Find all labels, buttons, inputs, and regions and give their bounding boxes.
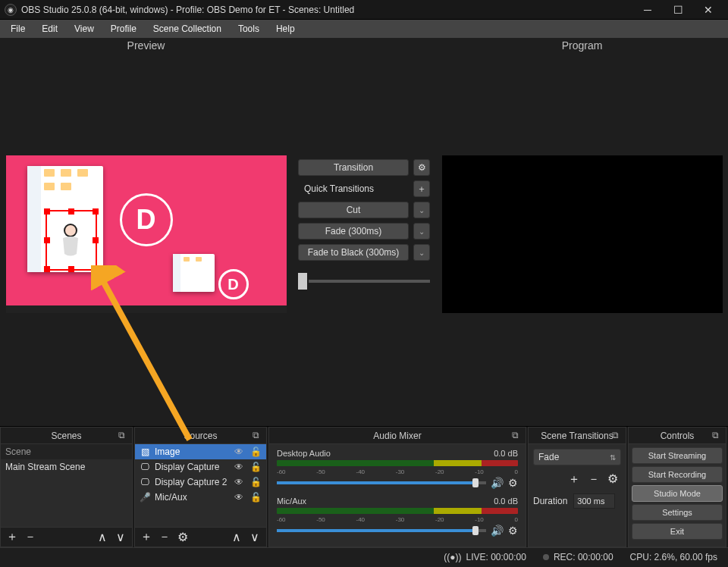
lock-toggle-icon[interactable]: 🔓	[249, 477, 262, 487]
add-transition-button[interactable]: ＋	[568, 471, 580, 487]
remove-transition-button[interactable]: －	[588, 471, 600, 487]
preview-logo-d-1: D	[120, 193, 173, 246]
scene-item[interactable]: Main Stream Scene	[1, 459, 132, 475]
start-streaming-button[interactable]: Start Streaming	[632, 447, 723, 464]
transition-settings-icon[interactable]: ⚙	[413, 159, 430, 176]
gear-icon[interactable]: ⚙	[508, 477, 518, 489]
transitions-title: Scene Transitions	[541, 431, 613, 441]
record-dot-icon	[543, 554, 549, 560]
scene-column-header: Scene	[1, 444, 132, 459]
t-bar-slider[interactable]	[298, 273, 430, 290]
preview-canvas[interactable]: D D	[6, 155, 287, 313]
menubar: File Edit View Profile Scene Collection …	[0, 20, 728, 38]
lock-toggle-icon[interactable]: 🔓	[249, 492, 262, 503]
lock-toggle-icon[interactable]: 🔓	[249, 446, 262, 457]
controls-header: Controls ⧉	[629, 428, 726, 444]
preview-taskbar	[6, 305, 287, 313]
visibility-toggle-icon[interactable]: 👁	[233, 477, 245, 487]
move-source-down-button[interactable]: ∨	[248, 531, 262, 544]
menu-view[interactable]: View	[67, 21, 102, 36]
close-button[interactable]: ✕	[693, 0, 723, 20]
source-item-image[interactable]: ▧ Image 👁 🔓	[135, 444, 266, 459]
transition-type-combo[interactable]: Fade ⇅	[533, 449, 621, 465]
popout-icon[interactable]: ⧉	[712, 430, 723, 440]
chevron-down-icon[interactable]: ⌄	[413, 202, 430, 218]
menu-scene-collection[interactable]: Scene Collection	[146, 21, 229, 36]
add-source-button[interactable]: ＋	[140, 531, 153, 544]
visibility-toggle-icon[interactable]: 👁	[233, 446, 245, 457]
scene-transitions-dock: Scene Transitions ⧉ Fade ⇅ ＋ － ⚙ Duratio…	[528, 427, 626, 547]
move-scene-up-button[interactable]: ∧	[96, 531, 109, 544]
db-scale: -60-50-40-30-20-100	[277, 516, 518, 523]
popout-icon[interactable]: ⧉	[512, 430, 522, 440]
transition-button[interactable]: Transition	[298, 159, 409, 176]
statusbar: ((●)) LIVE: 00:00:00 REC: 00:00:00 CPU: …	[0, 547, 728, 565]
source-item-mic-aux[interactable]: 🎤 Mic/Aux 👁 🔓	[135, 490, 266, 505]
scene-name: Main Stream Scene	[5, 462, 85, 472]
source-item-display-capture-2[interactable]: 🖵 Display Capture 2 👁 🔓	[135, 475, 266, 490]
move-source-up-button[interactable]: ∧	[230, 531, 243, 544]
source-name: Mic/Aux	[155, 492, 228, 503]
start-recording-button[interactable]: Start Recording	[632, 466, 723, 483]
transition-center-panel: Transition ⚙ Quick Transitions ＋ Cut ⌄ F…	[292, 38, 436, 426]
menu-help[interactable]: Help	[268, 21, 303, 36]
dock-area: Scenes ⧉ Scene Main Stream Scene ＋ － ∧ ∨…	[0, 426, 728, 547]
quick-transition-fade[interactable]: Fade (300ms)	[298, 223, 409, 240]
source-settings-button[interactable]: ⚙	[176, 531, 190, 544]
settings-button[interactable]: Settings	[632, 504, 723, 521]
add-scene-button[interactable]: ＋	[5, 531, 19, 544]
quick-transition-fade-black[interactable]: Fade to Black (300ms)	[298, 244, 409, 261]
menu-profile[interactable]: Profile	[103, 21, 144, 36]
display-icon: 🖵	[140, 462, 150, 472]
exit-button[interactable]: Exit	[632, 523, 723, 540]
duration-input[interactable]: 300 ms	[573, 493, 615, 509]
visibility-toggle-icon[interactable]: 👁	[233, 492, 245, 503]
studio-mode-button[interactable]: Studio Mode	[632, 485, 723, 502]
studio-area: Preview D D	[0, 38, 728, 426]
sources-dock: Sources ⧉ ▧ Image 👁 🔓 🖵 Display Capture …	[134, 427, 267, 547]
channel-level: 0.0 dB	[494, 497, 518, 506]
mic-icon: 🎤	[140, 492, 150, 503]
selection-box[interactable]	[46, 210, 97, 271]
source-item-display-capture[interactable]: 🖵 Display Capture 👁 🔓	[135, 459, 266, 475]
remove-scene-button[interactable]: －	[24, 531, 37, 544]
source-name: Display Capture	[155, 462, 228, 472]
scenes-header: Scenes ⧉	[1, 428, 132, 444]
sources-title: Sources	[184, 431, 217, 441]
image-icon: ▧	[140, 446, 150, 457]
add-quick-transition-button[interactable]: ＋	[413, 180, 430, 197]
speaker-icon[interactable]: 🔊	[491, 525, 504, 537]
minimize-button[interactable]: ─	[632, 0, 663, 20]
live-time: LIVE: 00:00:00	[466, 552, 526, 562]
lock-toggle-icon[interactable]: 🔓	[249, 462, 262, 472]
channel-name: Desktop Audio	[277, 449, 331, 458]
volume-slider[interactable]	[277, 481, 486, 484]
chevron-down-icon[interactable]: ⌄	[413, 223, 430, 240]
program-canvas[interactable]	[442, 155, 723, 313]
transition-settings-button[interactable]: ⚙	[607, 471, 618, 487]
broadcast-icon: ((●))	[444, 552, 461, 562]
maximize-button[interactable]: ☐	[663, 0, 693, 20]
preview-window-2	[173, 254, 215, 292]
transition-combo-value: Fade	[538, 452, 559, 462]
controls-title: Controls	[661, 431, 695, 441]
visibility-toggle-icon[interactable]: 👁	[233, 462, 245, 472]
quick-transition-cut[interactable]: Cut	[298, 202, 409, 218]
move-scene-down-button[interactable]: ∨	[114, 531, 127, 544]
popout-icon[interactable]: ⧉	[118, 430, 129, 440]
volume-slider[interactable]	[277, 529, 486, 532]
meter-bar	[277, 460, 518, 466]
display-icon: 🖵	[140, 477, 150, 487]
speaker-icon[interactable]: 🔊	[491, 477, 504, 489]
remove-source-button[interactable]: －	[158, 531, 171, 544]
quick-transitions-label: Quick Transitions	[304, 183, 403, 194]
menu-tools[interactable]: Tools	[231, 21, 267, 36]
popout-icon[interactable]: ⧉	[612, 430, 623, 440]
updown-icon: ⇅	[610, 453, 616, 462]
menu-file[interactable]: File	[3, 21, 33, 36]
menu-edit[interactable]: Edit	[34, 21, 65, 36]
transitions-header: Scene Transitions ⧉	[529, 428, 626, 444]
gear-icon[interactable]: ⚙	[508, 525, 518, 537]
popout-icon[interactable]: ⧉	[253, 430, 263, 440]
chevron-down-icon[interactable]: ⌄	[413, 244, 430, 261]
